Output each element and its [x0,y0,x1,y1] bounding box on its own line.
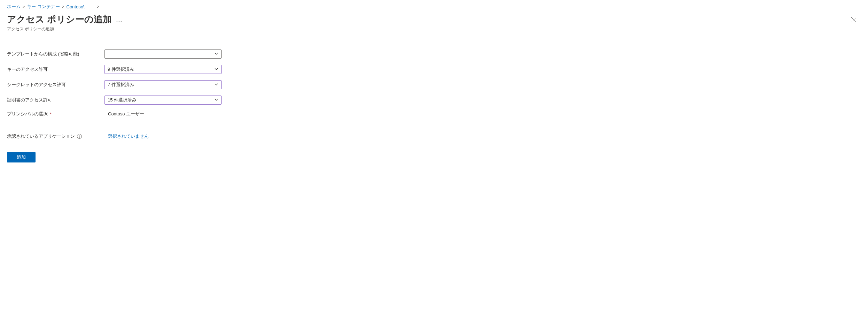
required-indicator: * [50,112,52,117]
breadcrumb: ホーム > キー コンテナー > Contoso\ > [7,3,861,10]
breadcrumb-link-home[interactable]: ホーム [7,3,21,10]
row-principal-select: プリンシパルの選択 * Contoso ユーザー [7,111,861,117]
chevron-down-icon [214,98,218,103]
label-text: プリンシパルの選択 [7,111,48,117]
row-secret-permissions: シークレットのアクセス許可 7 件選択済み [7,80,861,89]
chevron-right-icon: > [97,5,99,9]
authorized-app-link[interactable]: 選択されていません [104,133,149,139]
info-icon[interactable]: i [77,134,82,139]
breadcrumb-link-key-vaults[interactable]: キー コンテナー [27,3,60,10]
page-subtitle: アクセス ポリシーの追加 [7,26,122,32]
row-cert-permissions: 証明書のアクセス許可 15 件選択済み [7,96,861,105]
page-header: アクセス ポリシーの追加 ··· アクセス ポリシーの追加 [7,13,861,32]
select-cert-permissions[interactable]: 15 件選択済み [104,96,222,105]
close-button[interactable] [849,15,858,25]
row-key-permissions: キーのアクセス許可 9 件選択済み [7,65,861,74]
form-area: テンプレートからの構成 (省略可能) キーのアクセス許可 9 件選択済み シーク… [7,50,861,162]
title-block: アクセス ポリシーの追加 ··· アクセス ポリシーの追加 [7,13,122,32]
label-text: 承認されているアプリケーション [7,133,75,139]
select-value: 9 件選択済み [108,66,134,73]
label-secret-permissions: シークレットのアクセス許可 [7,82,104,88]
select-template-config[interactable] [104,50,222,59]
row-authorized-app: 承認されているアプリケーション i 選択されていません [7,133,861,139]
select-value: 7 件選択済み [108,82,134,88]
breadcrumb-link-contoso[interactable]: Contoso\ [67,4,85,9]
select-value: 15 件選択済み [108,97,137,103]
add-button[interactable]: 追加 [7,152,36,162]
select-key-permissions[interactable]: 9 件選択済み [104,65,222,74]
chevron-down-icon [214,82,218,88]
page-title: アクセス ポリシーの追加 [7,13,112,25]
label-key-permissions: キーのアクセス許可 [7,66,104,73]
close-icon [851,18,856,23]
label-template-config: テンプレートからの構成 (省略可能) [7,51,104,57]
chevron-right-icon: > [62,5,64,9]
chevron-down-icon [214,52,218,57]
label-cert-permissions: 証明書のアクセス許可 [7,97,104,103]
select-secret-permissions[interactable]: 7 件選択済み [104,80,222,89]
label-authorized-app: 承認されているアプリケーション i [7,133,104,139]
chevron-right-icon: > [23,5,25,9]
principal-value: Contoso ユーザー [104,111,144,117]
more-button[interactable]: ··· [116,15,122,24]
label-principal-select: プリンシパルの選択 * [7,111,104,117]
row-template-config: テンプレートからの構成 (省略可能) [7,50,861,59]
chevron-down-icon [214,67,218,72]
title-line: アクセス ポリシーの追加 ··· [7,13,122,25]
